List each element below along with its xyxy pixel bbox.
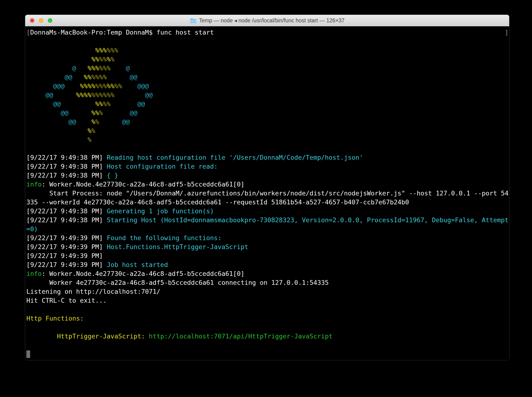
- terminal-line: @@ %%%% @@: [26, 99, 509, 108]
- minimize-button[interactable]: [39, 18, 43, 23]
- terminal-text-segment: %%: [107, 82, 114, 90]
- terminal-text-segment: HttpTrigger-JavaScript:: [26, 333, 149, 340]
- terminal-line: [9/22/17 9:49:39 PM] Job host started: [26, 260, 509, 269]
- terminal-text-segment: %%: [69, 109, 99, 116]
- terminal-line: Listening on http://localhost:7071/: [26, 287, 509, 296]
- terminal-text-segment: 335 --workerId 4e27730c-a22a-46c8-adf5-b…: [26, 198, 409, 206]
- terminal-line: %%%%%%: [26, 55, 509, 64]
- terminal-text-segment: : Worker.Node.4e27730c-a22a-46c8-adf5-b5…: [42, 270, 245, 277]
- terminal-text-segment: [9/22/17 9:49:38 PM]: [26, 154, 107, 161]
- terminal-text-segment: =0): [26, 225, 38, 233]
- terminal-line: info: Worker.Node.4e27730c-a22a-46c8-adf…: [26, 180, 509, 189]
- terminal-text-segment: Job host started: [107, 261, 168, 268]
- terminal-line: [9/22/17 9:49:38 PM] Reading host config…: [26, 153, 509, 162]
- terminal-text-segment: Worker 4e27730c-a22a-46c8-adf5-b5cceddc6…: [26, 279, 329, 286]
- terminal-text-segment: %: [99, 109, 103, 116]
- terminal-text-segment: %%%%%%: [91, 91, 114, 99]
- terminal-line: 335 --workerId 4e27730c-a22a-46c8-adf5-b…: [26, 198, 509, 207]
- terminal-text-segment: %%%: [95, 82, 107, 90]
- terminal-text-segment: [9/22/17 9:49:39 PM]: [26, 252, 103, 259]
- terminal-text-segment: @@@: [122, 82, 149, 90]
- terminal-line: Hit CTRL-C to exit...: [26, 296, 509, 305]
- terminal-text-segment: Hit CTRL-C to exit...: [26, 297, 107, 304]
- terminal-line: [26, 305, 509, 314]
- close-button[interactable]: [30, 18, 34, 23]
- terminal-line: %: [26, 135, 509, 144]
- terminal-line: [26, 144, 509, 153]
- terminal-line: @@ %%% @@: [26, 108, 509, 117]
- terminal-text-segment: @: [111, 64, 130, 72]
- title-bar[interactable]: Temp — node ◂ node /usr/local/bin/func h…: [25, 15, 509, 26]
- terminal-text-segment: [9/22/17 9:49:39 PM]: [26, 243, 107, 250]
- terminal-line: Worker 4e27730c-a22a-46c8-adf5-b5cceddc6…: [26, 278, 509, 287]
- terminal-text-segment: Reading host configuration file '/Users/…: [107, 154, 363, 161]
- terminal-text-segment: Starting Host (HostId=donnamsmacbookpro-…: [107, 216, 508, 224]
- terminal-output: [DonnaMs-MacBook-Pro:Temp DonnaM$ func h…: [26, 28, 509, 359]
- terminal-line: @ %%%%%% @: [26, 64, 509, 73]
- terminal-text-segment: [9/22/17 9:49:39 PM]: [26, 234, 107, 242]
- terminal-line: %%%%%%: [26, 46, 509, 55]
- terminal-text-segment: Found the following functions:: [107, 234, 222, 242]
- terminal-text-segment: { }: [107, 172, 118, 179]
- terminal-text-segment: @@: [114, 91, 153, 99]
- terminal-line: [9/22/17 9:49:38 PM] Generating 1 job fu…: [26, 207, 509, 216]
- terminal-line: Start Process: node "/Users/DonnaM/.azur…: [26, 189, 509, 198]
- terminal-text-segment: @@: [103, 109, 137, 116]
- terminal-text-segment: %%%: [107, 47, 118, 54]
- terminal-screen[interactable]: [DonnaMs-MacBook-Pro:Temp DonnaM$ func h…: [25, 26, 509, 360]
- terminal-text-segment: @@: [99, 118, 130, 125]
- terminal-text-segment: %%%: [76, 64, 99, 72]
- terminal-text-segment: : Worker.Node.4e27730c-a22a-46c8-adf5-b5…: [42, 181, 245, 188]
- terminal-text-segment: @@: [26, 73, 72, 81]
- terminal-line: [9/22/17 9:49:38 PM] Starting Host (Host…: [26, 216, 509, 225]
- window-title: Temp — node ◂ node /usr/local/bin/func h…: [190, 17, 344, 24]
- terminal-text-segment: Start Process: node "/Users/DonnaM/.azur…: [26, 190, 508, 197]
- terminal-line: [9/22/17 9:49:38 PM] { }: [26, 171, 509, 180]
- terminal-text-segment: [9/22/17 9:49:38 PM]: [26, 172, 107, 179]
- terminal-text-segment: [9/22/17 9:49:38 PM]: [26, 163, 107, 170]
- terminal-text-segment: %: [26, 127, 91, 134]
- terminal-text-segment: DonnaMs-MacBook-Pro:Temp DonnaM$ func ho…: [30, 29, 214, 36]
- terminal-text-segment: Http Functions:: [26, 315, 84, 322]
- terminal-text-segment: %%: [72, 73, 91, 81]
- terminal-text-segment: %%%: [99, 64, 111, 72]
- terminal-text-segment: %%: [103, 100, 111, 107]
- terminal-text-segment: @@: [26, 91, 53, 99]
- terminal-text-segment: Host configuration file read:: [107, 163, 217, 170]
- terminal-line: @@ %%%%%% @@: [26, 73, 509, 82]
- terminal-line: @@ %%%%%%%%%% @@: [26, 91, 509, 99]
- terminal-text-segment: %%%%: [53, 91, 92, 99]
- desktop-background: Temp — node ◂ node /usr/local/bin/func h…: [0, 0, 532, 397]
- zoom-button[interactable]: [48, 18, 52, 23]
- terminal-text-segment: %: [76, 118, 95, 125]
- terminal-text-segment: Listening on http://localhost:7071/: [26, 288, 160, 295]
- terminal-line: [26, 323, 509, 332]
- terminal-line: [9/22/17 9:49:39 PM] Host.Functions.Http…: [26, 242, 509, 251]
- terminal-line: HttpTrigger-JavaScript: http://localhost…: [26, 332, 509, 341]
- terminal-text-segment: @@: [111, 100, 145, 107]
- terminal-text-segment: %: [95, 118, 99, 125]
- terminal-text-segment: @@@: [26, 82, 65, 90]
- cursor-block: [26, 350, 30, 358]
- terminal-text-segment: %: [91, 127, 95, 134]
- terminal-text-segment: @@: [107, 73, 137, 81]
- prompt-mark: [: [26, 29, 30, 36]
- terminal-line: info: Worker.Node.4e27730c-a22a-46c8-adf…: [26, 269, 509, 278]
- terminal-text-segment: [9/22/17 9:49:38 PM]: [26, 216, 107, 224]
- terminal-text-segment: Host.Functions.HttpTrigger-JavaScript: [107, 243, 248, 250]
- terminal-text-segment: @@: [26, 109, 69, 116]
- terminal-line: [26, 37, 509, 46]
- terminal-text-segment: info: [26, 181, 42, 188]
- window-title-text: Temp — node ◂ node /usr/local/bin/func h…: [199, 17, 344, 24]
- terminal-text-segment: %%%%: [91, 73, 107, 81]
- terminal-line: [9/22/17 9:49:39 PM] Found the following…: [26, 234, 509, 242]
- prompt-mark: ]: [505, 28, 508, 37]
- terminal-line: Http Functions:: [26, 314, 509, 323]
- terminal-line: @@ %% @@: [26, 117, 509, 126]
- terminal-line: [26, 341, 509, 350]
- terminal-line: [DonnaMs-MacBook-Pro:Temp DonnaM$ func h…: [26, 28, 509, 37]
- terminal-text-segment: [9/22/17 9:49:39 PM]: [26, 261, 107, 268]
- terminal-text-segment: %: [111, 56, 114, 63]
- terminal-line: [9/22/17 9:49:39 PM]: [26, 251, 509, 260]
- terminal-text-segment: Generating 1 job function(s): [107, 207, 214, 215]
